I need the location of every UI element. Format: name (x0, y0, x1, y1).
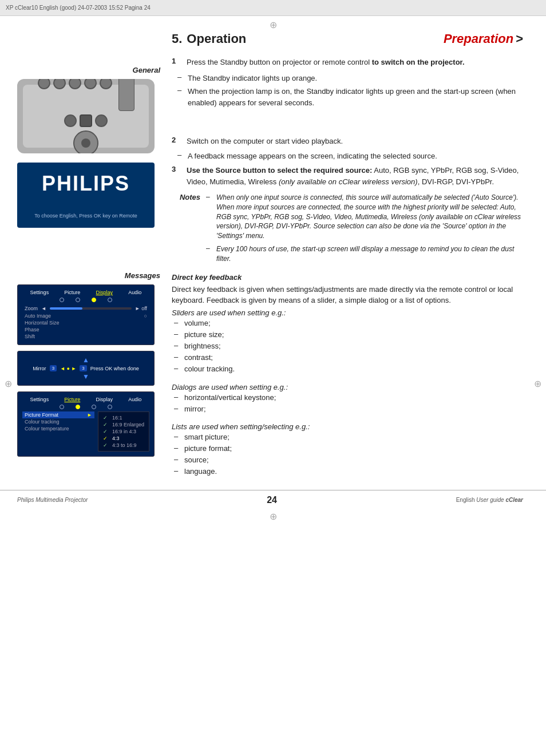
step-1-bullets: – The Standby indicator lights up orange… (172, 73, 523, 109)
slider-bullet-3: – brightness; (172, 341, 523, 351)
general-label: General (17, 66, 160, 74)
menu2-tab-settings: Settings (30, 397, 49, 402)
dkf-intro: Direct key feedback is given when settin… (172, 284, 523, 306)
auto-image-value: ○ (144, 313, 147, 319)
note-1: – When only one input source is connecte… (206, 193, 523, 241)
menu-dots-2 (22, 405, 149, 409)
bullet-text-1-1: The Standby indicator lights up orange. (188, 73, 523, 84)
menu-tab-display: Display (96, 290, 113, 295)
note-dash-1: – (206, 193, 216, 241)
mirror-right-val: 3 (80, 365, 86, 371)
pf-label-4: 4:3 (112, 436, 120, 441)
bullet-text-1-2: When the projection lamp is on, the Stan… (188, 86, 523, 108)
mirror-dialog-box: ▲ Mirror 3 ◄ ● ► 3 Press OK when done ▼ (17, 351, 155, 386)
pf-option-16-1: ✓ 16:1 (101, 414, 147, 421)
footer-brand: cClear (505, 497, 523, 503)
dash-2-1: – (177, 151, 188, 162)
pf-label-2: 16:9 Enlarged (112, 422, 144, 428)
colour-tracking-label: Colour tracking (25, 419, 60, 425)
zoom-off: ► off (135, 306, 147, 311)
zoom-label: Zoom (25, 306, 38, 311)
dialog-bullet-2: – mirror; (172, 404, 523, 414)
mirror-down-arrow: ▼ (82, 373, 89, 381)
slider-bullet-5: – colour tracking. (172, 364, 523, 374)
zoom-row: Zoom ◄ ► off (22, 304, 149, 312)
note-text-1: When only one input source is connected,… (216, 193, 523, 241)
main-layout: General (0, 31, 546, 478)
db-text-2: mirror; (184, 404, 206, 414)
title-row: 5. Operation Preparation > (172, 31, 523, 46)
step-2-text: Switch on the computer or start video pl… (187, 136, 523, 147)
menu-dots-1 (22, 298, 149, 302)
menu2-tab-display: Display (96, 397, 113, 402)
step-1-row: 1 Press the Standby button on projector … (172, 57, 523, 68)
pf-label-1: 16:1 (112, 415, 122, 421)
picture-format-row: Picture Format ► (22, 411, 94, 418)
remote-btn-8 (95, 114, 108, 127)
remote-inner (23, 85, 149, 148)
menu-header-2: Settings Picture Display Audio (22, 397, 149, 402)
zoom-slider (50, 307, 132, 310)
shift-label: Shift (25, 334, 35, 339)
remote-side-panel (118, 79, 134, 111)
note-2: – Every 100 hours of use, the start-up s… (206, 244, 523, 264)
dash-1-2: – (177, 86, 188, 108)
step-2-row: 2 Switch on the computer or start video … (172, 136, 523, 147)
mirror-left-val: 3 (50, 365, 57, 371)
remote-btn-3 (69, 79, 81, 89)
sb-text-4: contrast; (184, 353, 213, 363)
slider-bullet-4: – contrast; (172, 353, 523, 363)
remote-btn-2 (53, 79, 66, 89)
menu2-dot-4 (108, 405, 112, 409)
auto-image-row: Auto Image ○ (22, 312, 149, 319)
db-dash-1: – (174, 393, 184, 403)
step-2-bullets: – A feedback message appears on the scre… (172, 151, 523, 162)
bullet-text-2-1: A feedback message appears on the screen… (188, 151, 523, 162)
bold-1-2: and the start-up screen (when enabled) a… (188, 87, 516, 107)
bullet-2-1: – A feedback message appears on the scre… (172, 151, 523, 162)
db-text-1: horizontal/vertical keystone; (184, 393, 276, 403)
spacer-dkf-1 (172, 376, 523, 383)
list-bullet-2: – picture format; (172, 444, 523, 454)
remote-nav-row (73, 130, 98, 153)
menu-dot-1 (60, 298, 64, 302)
footer-left: Philips Multimedia Projector (17, 497, 88, 503)
spacer-1 (172, 113, 523, 136)
lb-text-1: smart picture; (184, 432, 230, 442)
step-3-italic: (only available on cClear wireless versi… (279, 177, 418, 186)
remote-dpad (73, 130, 98, 153)
sb-text-1: volume; (184, 318, 211, 328)
sb-dash-2: – (174, 330, 184, 340)
menu-dot-active (92, 298, 96, 302)
header-bar: XP cClear10 English (good) 24-07-2003 15… (0, 0, 546, 16)
notes-section: Notes – When only one input source is co… (172, 193, 523, 267)
menu2-tab-audio: Audio (128, 397, 141, 402)
phase-row: Phase (22, 326, 149, 333)
lb-text-3: source; (184, 455, 209, 465)
sb-dash-5: – (174, 364, 184, 374)
sb-text-2: picture size; (184, 330, 224, 340)
mirror-label: Mirror (33, 366, 46, 371)
pf-check-4: ✓ (103, 436, 109, 441)
remote-top-row (38, 79, 134, 111)
menu-dot-4 (108, 298, 112, 302)
horizontal-size-label: Horizontal Size (25, 320, 60, 326)
menu-screenshot-1: Settings Picture Display Audio Zoom ◄ ► … (17, 284, 155, 345)
phase-label: Phase (25, 327, 39, 333)
colour-tracking-row: Colour tracking (22, 418, 94, 425)
menu2-dot-active (76, 405, 80, 409)
header-text: XP cClear10 English (good) 24-07-2003 15… (6, 5, 151, 11)
step-3-bold: Use the Source button to select the requ… (187, 166, 372, 175)
lb-text-2: picture format; (184, 444, 232, 454)
section-arrow: > (516, 31, 523, 46)
pf-option-169-43: ✓ 16:9 in 4:3 (101, 428, 147, 435)
sb-text-3: brightness; (184, 341, 221, 351)
list-bullet-4: – language. (172, 466, 523, 477)
remote-btn-7 (80, 114, 92, 127)
remote-btn-1 (38, 79, 50, 89)
lb-text-4: language. (184, 466, 217, 477)
lb-dash-4: – (174, 466, 184, 477)
mirror-instruction: Press OK when done (90, 366, 139, 371)
list-bullet-1: – smart picture; (172, 432, 523, 442)
menu-tab-picture: Picture (64, 290, 80, 295)
